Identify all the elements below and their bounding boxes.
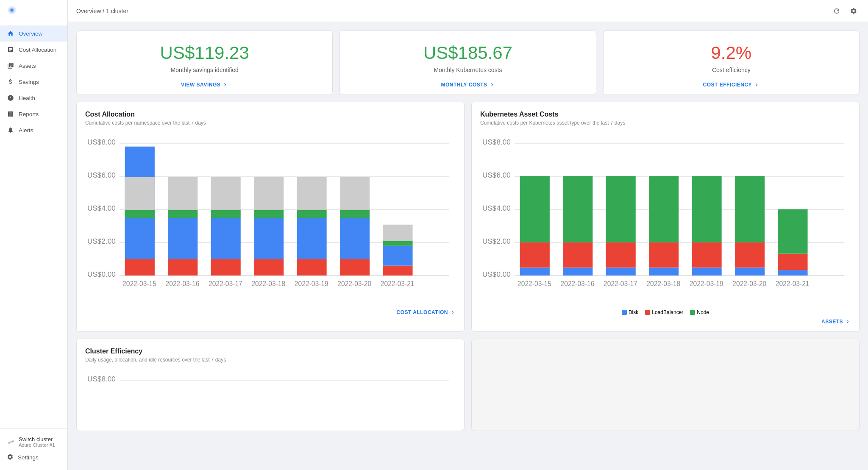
- efficiency-chart: US$8.00: [85, 370, 456, 424]
- svg-rect-31: [254, 210, 284, 218]
- svg-rect-17: [125, 259, 155, 275]
- svg-text:US$8.00: US$8.00: [87, 138, 116, 146]
- sidebar-item-savings[interactable]: Savings: [0, 74, 67, 90]
- efficiency-title: Cluster Efficiency: [85, 348, 456, 355]
- health-icon: [7, 94, 14, 102]
- reports-icon: [7, 110, 14, 118]
- asset-costs-chart-card: Kubernetes Asset Costs Cumulative costs …: [471, 102, 860, 332]
- svg-rect-41: [383, 266, 412, 275]
- cost-allocation-chart-card: Cost Allocation Cumulative costs per nam…: [76, 102, 465, 332]
- svg-point-2: [11, 9, 13, 11]
- svg-text:US$8.00: US$8.00: [87, 375, 116, 383]
- svg-rect-36: [297, 177, 326, 210]
- asset-costs-subtitle: Cumulative costs per Kubernetes asset ty…: [480, 120, 851, 126]
- svg-text:2022-03-16: 2022-03-16: [166, 280, 200, 287]
- savings-label: Monthly savings identified: [171, 67, 239, 73]
- alerts-icon: [7, 126, 14, 134]
- svg-rect-40: [340, 177, 370, 210]
- monthly-costs-value: US$185.67: [423, 43, 512, 63]
- svg-rect-27: [211, 210, 241, 218]
- svg-rect-30: [254, 218, 284, 259]
- savings-icon: [7, 78, 14, 86]
- svg-text:US$6.00: US$6.00: [482, 171, 511, 179]
- svg-rect-19: [125, 210, 155, 218]
- sidebar-item-health[interactable]: Health: [0, 90, 67, 106]
- sidebar-item-cost-allocation[interactable]: Cost Allocation: [0, 42, 67, 58]
- svg-rect-29: [254, 259, 284, 275]
- svg-rect-21: [168, 259, 198, 275]
- settings-item[interactable]: Settings: [7, 450, 61, 465]
- efficiency-row: Cluster Efficiency Daily usage, allocati…: [76, 339, 860, 431]
- svg-rect-24: [168, 177, 198, 210]
- svg-rect-23: [168, 210, 198, 218]
- svg-rect-69: [606, 242, 636, 267]
- svg-text:2022-03-20: 2022-03-20: [337, 280, 371, 287]
- assets-link[interactable]: ASSETS: [480, 319, 851, 325]
- asset-costs-legend: Disk LoadBalancer Node: [480, 309, 851, 315]
- svg-rect-68: [606, 267, 636, 275]
- svg-text:2022-03-18: 2022-03-18: [251, 280, 285, 287]
- svg-rect-37: [340, 259, 370, 275]
- svg-rect-81: [778, 254, 807, 270]
- refresh-button[interactable]: [831, 5, 843, 17]
- svg-text:US$2.00: US$2.00: [87, 237, 116, 245]
- sidebar-item-reports[interactable]: Reports: [0, 106, 67, 122]
- svg-rect-26: [211, 218, 241, 259]
- efficiency-card: 9.2% Cost efficiency COST EFFICIENCY: [603, 31, 860, 95]
- svg-rect-39: [340, 210, 370, 218]
- svg-rect-22: [168, 218, 198, 259]
- svg-rect-42: [383, 246, 412, 266]
- topbar: Overview / 1 cluster: [68, 0, 868, 22]
- breadcrumb: Overview / 1 cluster: [76, 8, 128, 14]
- sidebar-item-assets[interactable]: Assets: [0, 58, 67, 74]
- svg-text:US$6.00: US$6.00: [87, 171, 116, 179]
- switch-cluster-button[interactable]: Switch cluster Azure Cluster #1: [7, 434, 61, 450]
- cost-allocation-link[interactable]: COST ALLOCATION: [85, 309, 456, 315]
- node-legend-color: [690, 310, 695, 315]
- svg-text:2022-03-15: 2022-03-15: [517, 280, 551, 287]
- svg-rect-80: [778, 270, 807, 275]
- sidebar-item-alerts[interactable]: Alerts: [0, 122, 67, 138]
- efficiency-value: 9.2%: [711, 43, 751, 63]
- monthly-costs-card: US$185.67 Monthly Kubernetes costs MONTH…: [339, 31, 596, 95]
- efficiency-svg: US$8.00: [85, 370, 456, 423]
- svg-rect-62: [520, 267, 550, 275]
- cost-allocation-chart: US$8.00 US$6.00 US$4.00 US$2.00 US$0.00: [85, 133, 456, 306]
- home-icon: [7, 30, 14, 37]
- cost-allocation-subtitle: Cumulative costs per namespace over the …: [85, 120, 456, 126]
- asset-costs-chart: US$8.00 US$6.00 US$4.00 US$2.00 US$0.00: [480, 133, 851, 306]
- efficiency-subtitle: Daily usage, allocation, and idle resour…: [85, 357, 456, 363]
- svg-rect-18: [125, 218, 155, 259]
- legend-disk: Disk: [622, 309, 638, 315]
- svg-rect-20: [125, 177, 155, 210]
- svg-rect-65: [563, 267, 593, 275]
- legend-loadbalancer: LoadBalancer: [645, 309, 683, 315]
- settings-button[interactable]: [848, 5, 860, 17]
- svg-rect-33: [297, 259, 326, 275]
- svg-rect-78: [735, 242, 765, 267]
- svg-text:US$0.00: US$0.00: [482, 270, 511, 278]
- svg-rect-38: [340, 218, 370, 259]
- sidebar-item-overview[interactable]: Overview: [0, 25, 67, 42]
- switch-cluster-icon: [7, 438, 15, 446]
- savings-card: US$119.23 Monthly savings identified VIE…: [76, 31, 333, 95]
- svg-rect-70: [606, 176, 636, 242]
- efficiency-label: Cost efficiency: [712, 67, 751, 73]
- view-savings-link[interactable]: VIEW SAVINGS: [181, 82, 228, 88]
- cost-efficiency-link[interactable]: COST EFFICIENCY: [703, 82, 760, 88]
- svg-rect-72: [649, 242, 679, 267]
- lb-legend-color: [645, 310, 650, 315]
- svg-rect-66: [563, 242, 593, 267]
- svg-text:2022-03-17: 2022-03-17: [604, 280, 637, 287]
- monthly-costs-link[interactable]: MONTHLY COSTS: [441, 82, 495, 88]
- svg-text:US$8.00: US$8.00: [482, 138, 511, 146]
- disk-legend-color: [622, 310, 627, 315]
- svg-rect-43: [383, 241, 412, 246]
- switch-cluster-label: Switch cluster: [19, 436, 55, 442]
- placeholder-card: [471, 339, 860, 431]
- savings-value: US$119.23: [160, 43, 249, 63]
- settings-icon: [7, 453, 14, 462]
- svg-rect-67: [563, 176, 593, 242]
- svg-rect-77: [735, 267, 765, 275]
- asset-costs-title: Kubernetes Asset Costs: [480, 111, 851, 118]
